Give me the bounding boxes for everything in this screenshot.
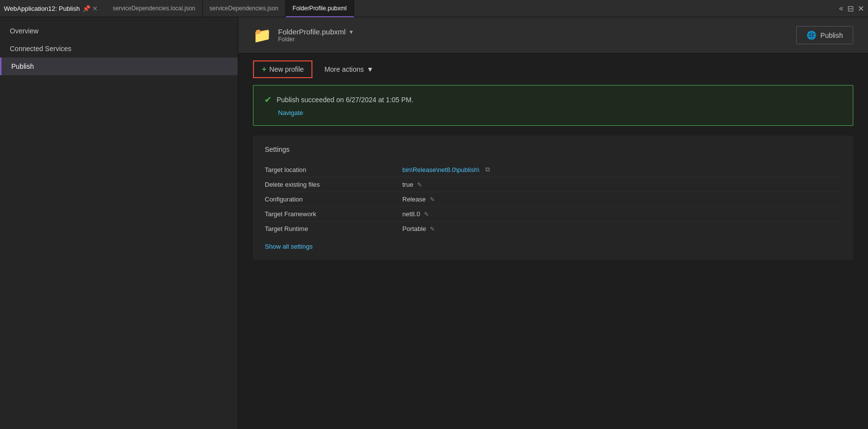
more-actions-button[interactable]: More actions ▼ [317, 62, 380, 77]
publish-button-label: Publish [820, 31, 843, 39]
split-button[interactable]: ⊟ [847, 4, 854, 13]
sidebar-item-overview[interactable]: Overview [0, 22, 238, 40]
profile-name: FolderProfile.pubxml [278, 28, 346, 36]
edit-icon-target-runtime[interactable]: ✎ [430, 226, 435, 232]
title-bar: WebApplication12: Publish 📌 ✕ serviceDep… [0, 0, 868, 17]
setting-label-target-runtime: Target Runtime [265, 225, 402, 232]
publish-globe-icon: 🌐 [807, 30, 816, 40]
edit-icon-target-framework[interactable]: ✎ [424, 211, 429, 218]
folder-icon: 📁 [253, 27, 271, 44]
more-actions-arrow-icon: ▼ [367, 65, 374, 73]
window-title: WebApplication12: Publish [4, 5, 80, 12]
setting-label-configuration: Configuration [265, 196, 402, 203]
edit-icon-delete-files[interactable]: ✎ [417, 181, 422, 188]
setting-value-target-runtime: Portable ✎ [402, 225, 435, 232]
close-all-button[interactable]: ✕ [858, 4, 864, 13]
settings-row-target-location: Target location bin\Release\net8.0\publi… [265, 162, 841, 177]
profile-type: Folder [278, 36, 354, 43]
navigate-link[interactable]: Navigate [278, 109, 303, 116]
main-layout: Overview Connected Services Publish 📁 Fo… [0, 17, 868, 429]
tab-folder-profile[interactable]: FolderProfile.pubxml [286, 0, 354, 17]
show-all-settings-link[interactable]: Show all settings [265, 243, 313, 250]
tab-service[interactable]: serviceDependencies.json [203, 0, 286, 17]
new-profile-plus-icon: + [262, 65, 266, 74]
setting-value-configuration: Release ✎ [402, 196, 435, 203]
settings-row-configuration: Configuration Release ✎ [265, 192, 841, 207]
content-area: 📁 FolderProfile.pubxml ▼ Folder 🌐 Publis… [238, 17, 868, 429]
tab-service-local[interactable]: serviceDependencies.local.json [106, 0, 202, 17]
settings-title: Settings [265, 145, 841, 153]
copy-icon-target-location[interactable]: ⧉ [485, 166, 490, 173]
actions-bar: + New profile More actions ▼ [238, 54, 868, 85]
new-profile-button[interactable]: + New profile [253, 60, 312, 78]
profile-header-left: 📁 FolderProfile.pubxml ▼ Folder [253, 27, 354, 44]
pin-button[interactable]: 📌 [83, 5, 90, 12]
profile-header: 📁 FolderProfile.pubxml ▼ Folder 🌐 Publis… [238, 17, 868, 54]
setting-label-target-framework: Target Framework [265, 210, 402, 218]
setting-value-target-location: bin\Release\net8.0\publish\ ⧉ [402, 166, 490, 173]
publish-button[interactable]: 🌐 Publish [796, 26, 853, 44]
sidebar-item-publish[interactable]: Publish [0, 57, 238, 75]
profile-dropdown-arrow[interactable]: ▼ [349, 29, 354, 35]
setting-label-delete-files: Delete existing files [265, 181, 402, 188]
setting-value-delete-files: true ✎ [402, 181, 422, 188]
success-banner: ✔ Publish succeeded on 6/27/2024 at 1:05… [253, 85, 853, 126]
sidebar: Overview Connected Services Publish [0, 17, 238, 429]
settings-panel: Settings Target location bin\Release\net… [253, 136, 853, 260]
close-tab-button[interactable]: ✕ [92, 5, 98, 12]
edit-icon-configuration[interactable]: ✎ [430, 196, 435, 203]
success-check-icon: ✔ [264, 94, 272, 105]
title-bar-actions: « ⊟ ✕ [839, 4, 864, 13]
overflow-button[interactable]: « [839, 4, 843, 13]
success-banner-row: ✔ Publish succeeded on 6/27/2024 at 1:05… [264, 94, 842, 105]
settings-row-target-runtime: Target Runtime Portable ✎ [265, 222, 841, 236]
setting-label-target-location: Target location [265, 166, 402, 173]
profile-info: FolderProfile.pubxml ▼ Folder [278, 28, 354, 43]
settings-row-delete-files: Delete existing files true ✎ [265, 177, 841, 192]
sidebar-item-connected-services[interactable]: Connected Services [0, 40, 238, 57]
profile-name-row: FolderProfile.pubxml ▼ [278, 28, 354, 36]
setting-value-target-framework: net8.0 ✎ [402, 210, 429, 218]
success-message: Publish succeeded on 6/27/2024 at 1:05 P… [277, 96, 414, 104]
settings-row-target-framework: Target Framework net8.0 ✎ [265, 207, 841, 222]
new-profile-label: New profile [269, 65, 304, 73]
more-actions-label: More actions [324, 65, 364, 73]
